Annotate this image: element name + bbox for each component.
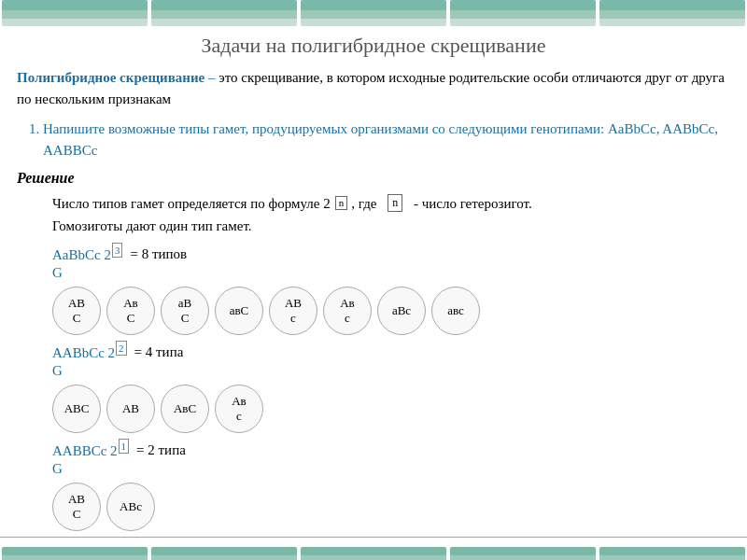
task-item-1: Напишите возможные типы гамет, продуциру… <box>43 119 730 162</box>
task-list: Напишите возможные типы гамет, продуциру… <box>17 119 730 162</box>
equals-text-2: = 4 типа <box>134 341 184 362</box>
genotype-label-text-1: AaBbCc 23 <box>52 247 122 262</box>
definition-dash: – <box>204 70 218 85</box>
power-badge-1: 3 <box>112 243 123 258</box>
page-title: Задачи на полигибридное скрещивание <box>17 34 730 58</box>
gametes-row-1: АВС АвС аВС авС АВс Авс аBс авс <box>52 287 730 335</box>
header-segment-2 <box>151 0 297 26</box>
power-badge-3: 1 <box>119 439 130 454</box>
formula-n-box: n <box>388 194 402 212</box>
genotype-row-2: AABbCc 22 G = 4 типа <box>52 341 730 379</box>
g-label-3: G <box>52 461 63 476</box>
gamete-1-3: аВС <box>161 287 209 335</box>
footer-bar <box>0 547 747 560</box>
header-segment-4 <box>450 0 596 26</box>
formula-superscript: n <box>335 196 348 210</box>
genotype-block-1: AaBbCc 23 G = 8 типов АВС АвС аВС авС АВ… <box>52 243 730 335</box>
gamete-3-1: АВС <box>52 483 101 531</box>
footer-segment-2 <box>151 547 297 560</box>
formula-line: Число типов гамет определяется по формул… <box>52 192 730 215</box>
gametes-row-2: АВС АВ АвС Авс <box>52 385 730 433</box>
power-badge-2: 2 <box>116 341 127 356</box>
header-segment-5 <box>599 0 745 26</box>
solution-title: Решение <box>17 170 730 187</box>
genotype-row-1: AaBbCc 23 G = 8 типов <box>52 243 730 281</box>
formula-intro-text: Число типов гамет определяется по формул… <box>52 192 331 215</box>
formula-mid-text: , где <box>351 192 376 215</box>
header-segment-1 <box>2 0 148 26</box>
genotype-row-3: AABBCc 21 G = 2 типа <box>52 439 730 477</box>
gamete-1-4: авС <box>215 287 263 335</box>
header-segment-3 <box>301 0 446 26</box>
formula-end-text: - число гетерозигот. <box>414 192 532 215</box>
footer-segment-1 <box>2 547 148 560</box>
genotype-block-2: AABbCc 22 G = 4 типа АВС АВ АвС Авс <box>52 341 730 433</box>
definition-block: Полигибридное скрещивание – это скрещива… <box>17 67 730 109</box>
gamete-1-7: аBс <box>377 287 426 335</box>
genotype-label-text-2: AABbCc 22 <box>52 345 127 360</box>
main-content: Задачи на полигибридное скрещивание Поли… <box>0 34 747 531</box>
separator-line <box>0 537 747 539</box>
gamete-1-1: АВС <box>52 287 101 335</box>
genotype-label-2: AABbCc 22 G <box>52 341 127 379</box>
footer-segment-4 <box>450 547 596 560</box>
definition-term: Полигибридное скрещивание <box>17 70 204 85</box>
gamete-2-1: АВС <box>52 385 101 433</box>
task-text: Напишите возможные типы гамет, продуциру… <box>43 121 718 158</box>
g-label-2: G <box>52 363 63 378</box>
header-bar <box>0 0 747 26</box>
footer-segment-3 <box>301 547 446 560</box>
gamete-1-6: Авс <box>323 287 372 335</box>
footer-segment-5 <box>599 547 745 560</box>
gamete-2-3: АвС <box>161 385 209 433</box>
gamete-2-2: АВ <box>106 385 155 433</box>
equals-text-1: = 8 типов <box>130 243 187 264</box>
gamete-1-5: АВс <box>269 287 317 335</box>
genotype-label-text-3: AABBCc 21 <box>52 443 129 458</box>
gamete-1-2: АвС <box>106 287 155 335</box>
equals-text-3: = 2 типа <box>136 439 186 460</box>
formula-block: Число типов гамет определяется по формул… <box>52 192 730 237</box>
gamete-2-4: Авс <box>215 385 263 433</box>
gamete-1-8: авс <box>431 287 480 335</box>
genotype-label-1: AaBbCc 23 G <box>52 243 122 281</box>
homo-text: Гомозиготы дают один тип гамет. <box>52 215 730 237</box>
gametes-row-3: АВС АВс <box>52 483 730 531</box>
g-label-1: G <box>52 265 63 280</box>
genotype-block-3: AABBCc 21 G = 2 типа АВС АВс <box>52 439 730 531</box>
genotype-label-3: AABBCc 21 G <box>52 439 129 477</box>
gamete-3-2: АВс <box>106 483 155 531</box>
